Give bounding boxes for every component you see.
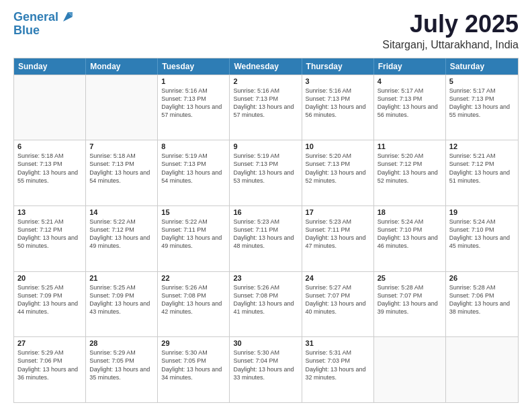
sunrise-text: Sunrise: 5:20 AM: [306, 152, 370, 160]
daylight-text: Daylight: 13 hours and 45 minutes.: [449, 234, 515, 250]
day-number: 4: [378, 77, 442, 85]
calendar-row-1: 6Sunrise: 5:18 AMSunset: 7:13 PMDaylight…: [14, 140, 518, 205]
calendar-cell-r0-c0: [14, 75, 86, 140]
day-number: 21: [89, 274, 154, 282]
sunrise-text: Sunrise: 5:29 AM: [89, 349, 154, 357]
sunset-text: Sunset: 7:13 PM: [89, 160, 154, 168]
daylight-text: Daylight: 13 hours and 42 minutes.: [161, 300, 226, 316]
sunrise-text: Sunrise: 5:17 AM: [449, 87, 515, 95]
calendar-cell-r2-c6: 19Sunrise: 5:24 AMSunset: 7:10 PMDayligh…: [446, 206, 518, 271]
daylight-text: Daylight: 13 hours and 56 minutes.: [306, 103, 370, 119]
header-tuesday: Tuesday: [158, 58, 230, 75]
sunrise-text: Sunrise: 5:26 AM: [233, 283, 298, 291]
day-number: 23: [233, 274, 298, 282]
sunrise-text: Sunrise: 5:30 AM: [233, 349, 298, 357]
calendar-cell-r1-c1: 7Sunrise: 5:18 AMSunset: 7:13 PMDaylight…: [86, 140, 158, 205]
calendar-cell-r2-c0: 13Sunrise: 5:21 AMSunset: 7:12 PMDayligh…: [14, 206, 86, 271]
calendar-cell-r1-c5: 11Sunrise: 5:20 AMSunset: 7:12 PMDayligh…: [374, 140, 446, 205]
day-number: 5: [449, 77, 515, 85]
daylight-text: Daylight: 13 hours and 55 minutes.: [449, 103, 515, 119]
page: General Blue July 2025 Sitarganj, Uttara…: [0, 0, 532, 411]
day-number: 22: [161, 274, 226, 282]
header: General Blue July 2025 Sitarganj, Uttara…: [13, 11, 519, 51]
day-number: 14: [89, 208, 154, 216]
sunset-text: Sunset: 7:13 PM: [17, 160, 82, 168]
calendar-cell-r3-c2: 22Sunrise: 5:26 AMSunset: 7:08 PMDayligh…: [158, 272, 230, 337]
calendar-cell-r4-c0: 27Sunrise: 5:29 AMSunset: 7:06 PMDayligh…: [14, 337, 86, 402]
daylight-text: Daylight: 13 hours and 33 minutes.: [233, 365, 298, 381]
daylight-text: Daylight: 13 hours and 43 minutes.: [89, 300, 154, 316]
day-number: 16: [233, 208, 298, 216]
calendar-cell-r0-c6: 5Sunrise: 5:17 AMSunset: 7:13 PMDaylight…: [446, 75, 518, 140]
sunrise-text: Sunrise: 5:28 AM: [378, 283, 442, 291]
daylight-text: Daylight: 13 hours and 49 minutes.: [161, 234, 226, 250]
day-number: 9: [233, 142, 298, 150]
daylight-text: Daylight: 13 hours and 49 minutes.: [89, 234, 154, 250]
sunrise-text: Sunrise: 5:16 AM: [233, 87, 298, 95]
daylight-text: Daylight: 13 hours and 51 minutes.: [449, 169, 515, 185]
calendar-cell-r3-c1: 21Sunrise: 5:25 AMSunset: 7:09 PMDayligh…: [86, 272, 158, 337]
sunrise-text: Sunrise: 5:20 AM: [378, 152, 442, 160]
sunrise-text: Sunrise: 5:16 AM: [306, 87, 370, 95]
location-title: Sitarganj, Uttarakhand, India: [382, 39, 519, 51]
sunset-text: Sunset: 7:08 PM: [233, 291, 298, 300]
day-number: 26: [449, 274, 515, 282]
sunset-text: Sunset: 7:13 PM: [161, 95, 226, 103]
day-number: 11: [378, 142, 442, 150]
daylight-text: Daylight: 13 hours and 57 minutes.: [233, 103, 298, 119]
sunrise-text: Sunrise: 5:22 AM: [161, 218, 226, 226]
calendar-cell-r4-c5: [374, 337, 446, 402]
day-number: 6: [17, 142, 82, 150]
sunrise-text: Sunrise: 5:23 AM: [306, 218, 370, 226]
daylight-text: Daylight: 13 hours and 44 minutes.: [17, 300, 82, 316]
day-number: 3: [306, 77, 370, 85]
daylight-text: Daylight: 13 hours and 56 minutes.: [378, 103, 442, 119]
daylight-text: Daylight: 13 hours and 54 minutes.: [161, 169, 226, 185]
day-number: 13: [17, 208, 82, 216]
day-number: 25: [378, 274, 442, 282]
daylight-text: Daylight: 13 hours and 35 minutes.: [89, 365, 154, 381]
logo-icon: [60, 9, 75, 24]
sunrise-text: Sunrise: 5:18 AM: [89, 152, 154, 160]
sunrise-text: Sunrise: 5:19 AM: [233, 152, 298, 160]
calendar-cell-r1-c4: 10Sunrise: 5:20 AMSunset: 7:13 PMDayligh…: [302, 140, 374, 205]
daylight-text: Daylight: 13 hours and 46 minutes.: [378, 234, 442, 250]
daylight-text: Daylight: 13 hours and 32 minutes.: [306, 365, 370, 381]
day-number: 7: [89, 142, 154, 150]
daylight-text: Daylight: 13 hours and 55 minutes.: [17, 169, 82, 185]
calendar-cell-r3-c3: 23Sunrise: 5:26 AMSunset: 7:08 PMDayligh…: [230, 272, 302, 337]
sunset-text: Sunset: 7:08 PM: [161, 291, 226, 300]
daylight-text: Daylight: 13 hours and 57 minutes.: [161, 103, 226, 119]
sunrise-text: Sunrise: 5:22 AM: [89, 218, 154, 226]
sunrise-text: Sunrise: 5:25 AM: [17, 283, 82, 291]
sunset-text: Sunset: 7:13 PM: [233, 160, 298, 168]
sunrise-text: Sunrise: 5:21 AM: [449, 152, 515, 160]
calendar-cell-r2-c2: 15Sunrise: 5:22 AMSunset: 7:11 PMDayligh…: [158, 206, 230, 271]
logo-general: General: [13, 11, 58, 24]
calendar-cell-r2-c4: 17Sunrise: 5:23 AMSunset: 7:11 PMDayligh…: [302, 206, 374, 271]
calendar-cell-r1-c0: 6Sunrise: 5:18 AMSunset: 7:13 PMDaylight…: [14, 140, 86, 205]
sunrise-text: Sunrise: 5:18 AM: [17, 152, 82, 160]
day-number: 31: [306, 339, 370, 347]
title-block: July 2025 Sitarganj, Uttarakhand, India: [382, 11, 519, 51]
daylight-text: Daylight: 13 hours and 52 minutes.: [306, 169, 370, 185]
day-number: 15: [161, 208, 226, 216]
sunset-text: Sunset: 7:07 PM: [378, 291, 442, 300]
sunset-text: Sunset: 7:10 PM: [449, 226, 515, 234]
sunset-text: Sunset: 7:13 PM: [306, 95, 370, 103]
header-saturday: Saturday: [446, 58, 518, 75]
sunrise-text: Sunrise: 5:31 AM: [306, 349, 370, 357]
sunrise-text: Sunrise: 5:17 AM: [378, 87, 442, 95]
calendar: Sunday Monday Tuesday Wednesday Thursday…: [13, 58, 519, 403]
daylight-text: Daylight: 13 hours and 36 minutes.: [17, 365, 82, 381]
daylight-text: Daylight: 13 hours and 52 minutes.: [378, 169, 442, 185]
calendar-row-0: 1Sunrise: 5:16 AMSunset: 7:13 PMDaylight…: [14, 75, 518, 140]
calendar-cell-r2-c1: 14Sunrise: 5:22 AMSunset: 7:12 PMDayligh…: [86, 206, 158, 271]
sunrise-text: Sunrise: 5:29 AM: [17, 349, 82, 357]
sunrise-text: Sunrise: 5:16 AM: [161, 87, 226, 95]
day-number: 24: [306, 274, 370, 282]
calendar-cell-r3-c4: 24Sunrise: 5:27 AMSunset: 7:07 PMDayligh…: [302, 272, 374, 337]
calendar-cell-r2-c5: 18Sunrise: 5:24 AMSunset: 7:10 PMDayligh…: [374, 206, 446, 271]
sunset-text: Sunset: 7:11 PM: [161, 226, 226, 234]
sunset-text: Sunset: 7:10 PM: [378, 226, 442, 234]
